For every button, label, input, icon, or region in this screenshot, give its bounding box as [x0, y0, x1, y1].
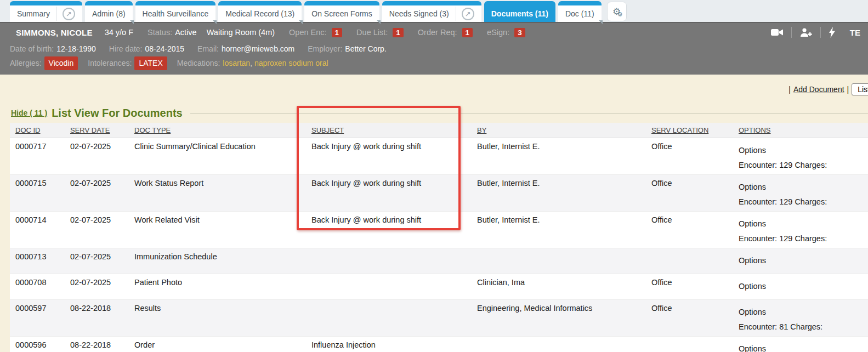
info-label: Email:	[197, 43, 219, 55]
tab-label: Health Surveillance	[143, 9, 209, 18]
divider	[456, 7, 456, 21]
documents-content: | Add Document | List Hide ( 11 ) List V…	[0, 75, 868, 352]
table-row[interactable]: 000070802-07-2025Patient PhotoClinician,…	[10, 274, 868, 300]
options-link[interactable]: Options	[739, 344, 868, 352]
cell-doc-type: Immunization Schedule	[134, 248, 311, 274]
info-label: Hire date:	[109, 43, 143, 55]
counter-label: Due List:	[356, 28, 388, 37]
patient-age-sex: 34 y/o F	[105, 28, 133, 37]
cell-by: Butler, Internist E.	[477, 175, 651, 211]
tab-documents-11[interactable]: Documents (11)	[484, 1, 555, 22]
options-link[interactable]: Options	[739, 282, 868, 291]
info-employer: Employer:Better Corp.	[308, 43, 387, 55]
info-value: horner@mieweb.com	[222, 43, 294, 55]
cell-subject: Back Injury @ work during shift	[311, 175, 477, 211]
table-row[interactable]: 000059708-22-2018ResultsEngineering, Med…	[10, 300, 868, 337]
tab-label: Documents (11)	[491, 9, 548, 18]
separator: |	[788, 85, 791, 94]
cell-serv-location: Office	[651, 300, 739, 336]
add-person-icon[interactable]	[792, 27, 820, 38]
cell-subject	[311, 300, 477, 336]
cell-doc-type: Order	[134, 337, 311, 352]
encounter-info: Encounter: 129 Charges:	[739, 234, 868, 243]
add-document-link[interactable]: Add Document	[793, 85, 844, 94]
table-row[interactable]: 000071302-07-2025Immunization ScheduleOp…	[10, 248, 868, 274]
column-header-serv-date[interactable]: SERV DATE	[70, 126, 134, 134]
tab-label: Needs Signed (3)	[389, 9, 449, 18]
cell-options: OptionsEncounter: 81 Charges:	[739, 300, 868, 336]
open-chart-arrow-icon[interactable]: ↗	[63, 8, 75, 20]
info-email: Email:horner@mieweb.com	[197, 43, 294, 55]
allergies-group: Allergies: Vicodin	[10, 56, 78, 70]
tab-health-surveillance[interactable]: Health Surveillance	[135, 1, 216, 22]
counter-esign: eSign:3	[487, 28, 525, 37]
cell-serv-location	[651, 337, 739, 352]
intolerance-badge[interactable]: LATEX	[134, 56, 167, 70]
tab-summary[interactable]: Summary↗	[10, 1, 82, 22]
cell-options: OptionsEncounter: 129 Charges:	[739, 138, 868, 174]
cell-options: Options	[739, 248, 868, 274]
cell-serv-date: 08-22-2018	[70, 337, 134, 352]
column-header-by[interactable]: BY	[477, 126, 651, 134]
cell-subject: Back Injury @ work during shift	[311, 212, 477, 248]
info-label: Employer:	[308, 43, 342, 55]
tab-medical-record-13[interactable]: Medical Record (13)	[218, 1, 302, 22]
column-header-doc-id[interactable]: DOC ID	[15, 126, 70, 134]
cell-options: Options	[739, 337, 868, 352]
info-value: Better Corp.	[345, 43, 386, 55]
cell-doc-id: 0000708	[15, 274, 70, 299]
tab-on-screen-forms[interactable]: On Screen Forms	[304, 1, 379, 22]
tab-label: Doc (11)	[565, 9, 594, 18]
cell-serv-date: 02-07-2025	[70, 138, 134, 174]
counter-badge[interactable]: 1	[332, 28, 343, 37]
options-link[interactable]: Options	[739, 308, 868, 316]
intolerances-group: Intolerances: LATEX	[88, 56, 167, 70]
counter-badge[interactable]: 1	[462, 28, 473, 37]
divider	[56, 7, 57, 21]
column-header-doc-type[interactable]: DOC TYPE	[134, 126, 311, 134]
options-link[interactable]: Options	[739, 183, 868, 191]
cell-subject	[311, 248, 477, 274]
cell-subject: Influenza Injection	[311, 337, 477, 352]
medication-link[interactable]: naproxen sodium oral	[254, 59, 328, 67]
cell-serv-location: Office	[651, 175, 739, 211]
cell-serv-date: 02-07-2025	[70, 248, 134, 274]
table-row[interactable]: 000071702-07-2025Clinic Summary/Clinical…	[10, 138, 868, 175]
list-view-button[interactable]: List	[852, 83, 868, 95]
tab-settings-button[interactable]: ⚙ ⚙	[607, 2, 627, 21]
tab-doc-11[interactable]: Doc (11)	[558, 1, 602, 22]
counter-badge[interactable]: 3	[514, 28, 525, 37]
table-row[interactable]: 000071402-07-2025Work Related VisitBack …	[10, 212, 868, 248]
medication-link[interactable]: losartan	[223, 59, 250, 67]
intolerances-label: Intolerances:	[88, 57, 132, 70]
tab-admin-8[interactable]: Admin (8)	[85, 1, 133, 22]
info-date-of-birth: Date of birth:12-18-1990	[10, 43, 96, 55]
table-row[interactable]: 000059608-22-2018OrderInfluenza Injectio…	[10, 337, 868, 352]
open-chart-arrow-icon[interactable]: ↗	[462, 8, 474, 20]
counter-open-enc: Open Enc:1	[289, 28, 342, 37]
table-row[interactable]: 000071502-07-2025Work Status ReportBack …	[10, 175, 868, 212]
allergy-badge[interactable]: Vicodin	[44, 56, 78, 70]
cell-by	[477, 248, 651, 274]
gears-icon-small: ⚙	[617, 11, 623, 18]
patient-counters: Open Enc:1Due List:1Order Req:1eSign:3	[275, 28, 525, 37]
cell-options: OptionsEncounter: 129 Charges:	[739, 212, 868, 248]
options-link[interactable]: Options	[739, 146, 868, 155]
video-camera-icon[interactable]	[763, 27, 791, 37]
table-body: 000071702-07-2025Clinic Summary/Clinical…	[10, 138, 868, 352]
options-link[interactable]: Options	[739, 256, 868, 265]
tab-needs-signed-3[interactable]: Needs Signed (3)↗	[382, 1, 481, 22]
lightning-bolt-icon[interactable]	[821, 27, 843, 38]
column-header-serv-location[interactable]: SERV LOCATION	[651, 126, 739, 134]
counter-label: eSign:	[487, 28, 509, 37]
waiting-room[interactable]: Waiting Room (4m)	[207, 28, 275, 37]
counter-due-list: Due List:1	[356, 28, 404, 37]
options-link[interactable]: Options	[739, 219, 868, 228]
column-header-options[interactable]: OPTIONS	[739, 126, 868, 134]
counter-badge[interactable]: 1	[393, 28, 404, 37]
column-header-subject[interactable]: SUBJECT	[311, 126, 477, 134]
cell-doc-id: 0000714	[15, 212, 70, 248]
hide-link[interactable]: Hide ( 11 )	[11, 109, 47, 117]
document-actions: | Add Document | List	[0, 83, 868, 95]
encounter-info: Encounter: 81 Charges:	[739, 322, 868, 331]
